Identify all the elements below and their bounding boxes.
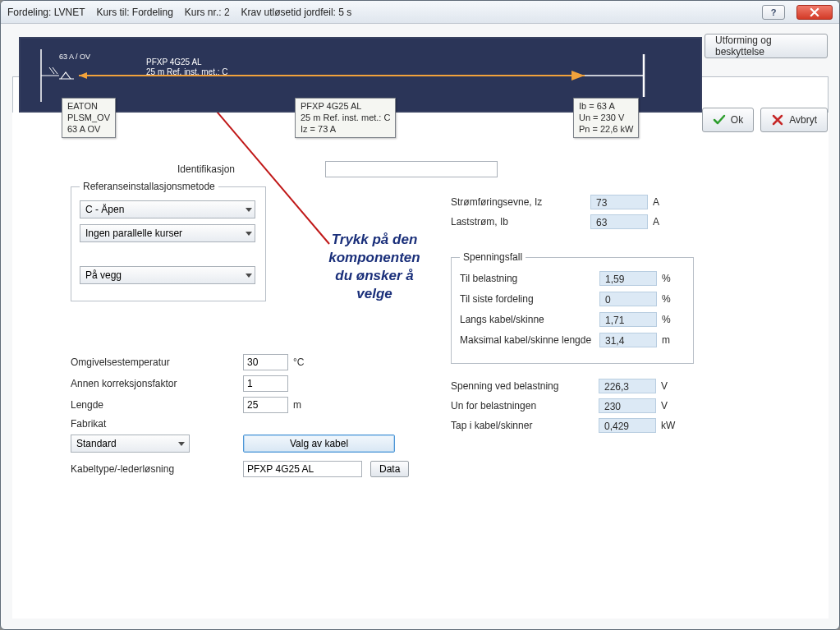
cancel-icon	[771, 113, 784, 126]
langs-kabel-label: Langs kabel/skinne	[460, 314, 599, 325]
tooltip-cable: PFXP 4G25 AL 25 m Ref. inst. met.: C Iz …	[295, 98, 396, 138]
svg-marker-7	[571, 71, 585, 80]
title-part-d: Krav utløsetid jordfeil: 5 s	[241, 7, 352, 18]
unit: A	[653, 216, 676, 228]
tooltip-line: PLSM_OV	[67, 113, 110, 124]
lengde-label: Lengde	[71, 399, 243, 411]
fabrikat-combo-wrap: Standard	[71, 435, 190, 453]
parallelle-combo-wrap: Ingen parallelle kurser	[80, 224, 257, 242]
tooltip-load: Ib = 63 A Un = 230 V Pn = 22,6 kW	[573, 98, 639, 138]
fabrikat-combo[interactable]: Standard	[71, 435, 190, 453]
title-part-a: Fordeling: LVNET	[7, 7, 85, 18]
tap-i-kabel-value: 0,429	[599, 418, 656, 433]
schematic-ov-label: 63 A / OV	[59, 53, 90, 61]
spenning-ved-label: Spenning ved belastning	[451, 380, 599, 392]
annen-korr-input[interactable]	[243, 375, 288, 392]
titlebar: Fordeling: LVNET Kurs til: Fordeling Kur…	[1, 1, 839, 24]
refmetode-legend: Referanseinstallasjonsmetode	[80, 181, 218, 192]
tooltip-line: 63 A OV	[67, 124, 110, 136]
iz-label: Strømføringsevne, Iz	[451, 196, 590, 208]
title-text: Fordeling: LVNET Kurs til: Fordeling Kur…	[7, 7, 351, 18]
title-part-b: Kurs til: Fordeling	[96, 7, 172, 18]
identifikasjon-label: Identifikasjon	[71, 163, 325, 175]
unit: V	[661, 380, 684, 392]
til-siste-fordeling-value: 0	[599, 292, 657, 306]
tap-i-kabel-label: Tap i kabel/skinner	[451, 420, 599, 431]
tooltip-line: Pn = 22,6 kW	[579, 124, 633, 136]
unit: %	[662, 293, 685, 305]
annotation-line: komponenten	[301, 249, 448, 267]
button-label: Avbryt	[789, 114, 817, 126]
svg-marker-6	[79, 72, 87, 79]
left-params: Omgivelsestemperatur °C Annen korreksjon…	[71, 354, 415, 482]
right-bottom-block: Spenning ved belastning 226,3 V Un for b…	[451, 379, 697, 438]
annotation-line: Trykk på den	[301, 231, 448, 249]
ok-button[interactable]: Ok	[702, 108, 754, 132]
unit: A	[653, 196, 676, 208]
annotation-line: velge	[301, 285, 448, 303]
refmetode-combo[interactable]: C - Åpen	[80, 200, 255, 218]
maks-lengde-value: 31,4	[599, 333, 657, 347]
annotation-line: du ønsker å	[301, 267, 448, 285]
unit: %	[662, 314, 685, 325]
langs-kabel-value: 1,71	[599, 312, 657, 327]
spenning-ved-value: 226,3	[599, 379, 656, 393]
button-label: Utforming og beskyttelse	[715, 34, 817, 57]
data-button[interactable]: Data	[370, 461, 409, 477]
close-icon	[810, 7, 819, 17]
tooltip-line: Un = 230 V	[579, 113, 633, 124]
unit: V	[661, 400, 684, 412]
button-label: Ok	[731, 114, 743, 126]
tooltip-line: PFXP 4G25 AL	[301, 101, 390, 113]
til-belastning-value: 1,59	[599, 271, 657, 286]
identifikasjon-row: Identifikasjon	[71, 161, 514, 177]
spenningsfall-fieldset: Spenningsfall Til belastning 1,59 % Til …	[451, 257, 694, 364]
plassering-combo[interactable]: På vegg	[80, 266, 255, 284]
fabrikat-label: Fabrikat	[71, 418, 243, 430]
tooltip-line: Ib = 63 A	[579, 101, 633, 113]
refmetode-fieldset: Referanseinstallasjonsmetode C - Åpen In…	[71, 186, 266, 301]
un-for-value: 230	[599, 398, 656, 413]
unit: m	[662, 334, 685, 346]
tooltip-line: 25 m Ref. inst. met.: C	[301, 113, 390, 124]
unit: m	[293, 399, 316, 411]
tooltip-line: EATON	[67, 101, 110, 113]
ib-value: 63	[590, 214, 648, 229]
annen-korr-label: Annen korreksjonsfaktor	[71, 378, 243, 389]
schematic-cable-name: PFXP 4G25 AL	[146, 57, 202, 67]
til-siste-fordeling-label: Til siste fordeling	[460, 293, 599, 305]
unit: kW	[661, 420, 684, 431]
annotation-text: Trykk på den komponenten du ønsker å vel…	[301, 231, 448, 303]
maks-lengde-label: Maksimal kabel/skinne lengde	[460, 334, 599, 346]
unit: %	[662, 273, 685, 284]
cancel-button[interactable]: Avbryt	[760, 108, 828, 132]
kabeltype-label: Kabeltype/-lederløsning	[71, 463, 243, 475]
spenningsfall-legend: Spenningsfall	[460, 251, 526, 263]
utforming-button[interactable]: Utforming og beskyttelse	[705, 34, 828, 58]
tooltip-line: Iz = 73 A	[301, 124, 390, 136]
valg-kabel-button[interactable]: Valg av kabel	[243, 435, 395, 453]
kabeltype-input[interactable]	[243, 461, 362, 477]
iz-ib-block: Strømføringsevne, Iz 73 A Laststrøm, Ib …	[451, 195, 676, 234]
omgivelsestemp-input[interactable]	[243, 354, 288, 370]
unit: °C	[293, 356, 316, 368]
help-button[interactable]: ?	[762, 5, 785, 20]
action-buttons: Utforming og beskyttelse Ok Avbryt	[702, 34, 828, 132]
close-button[interactable]	[796, 5, 833, 20]
check-icon	[713, 113, 726, 126]
schematic-cable-meta: 25 m Ref. inst. met.: C	[146, 67, 227, 76]
iz-value: 73	[590, 195, 648, 209]
tooltip-eaton: EATON PLSM_OV 63 A OV	[62, 98, 116, 138]
title-part-c: Kurs nr.: 2	[185, 7, 230, 18]
plassering-combo-wrap: På vegg	[80, 266, 257, 284]
til-belastning-label: Til belastning	[460, 273, 599, 284]
button-label: Valg av kabel	[290, 438, 348, 449]
parallelle-combo[interactable]: Ingen parallelle kurser	[80, 224, 255, 242]
dialog-window: Fordeling: LVNET Kurs til: Fordeling Kur…	[0, 0, 840, 630]
refmetode-combo-wrap: C - Åpen	[80, 200, 257, 218]
identifikasjon-input[interactable]	[325, 161, 498, 177]
omgivelsestemp-label: Omgivelsestemperatur	[71, 356, 243, 368]
un-for-label: Un for belastningen	[451, 400, 599, 412]
ib-label: Laststrøm, Ib	[451, 216, 590, 228]
lengde-input[interactable]	[243, 397, 288, 413]
